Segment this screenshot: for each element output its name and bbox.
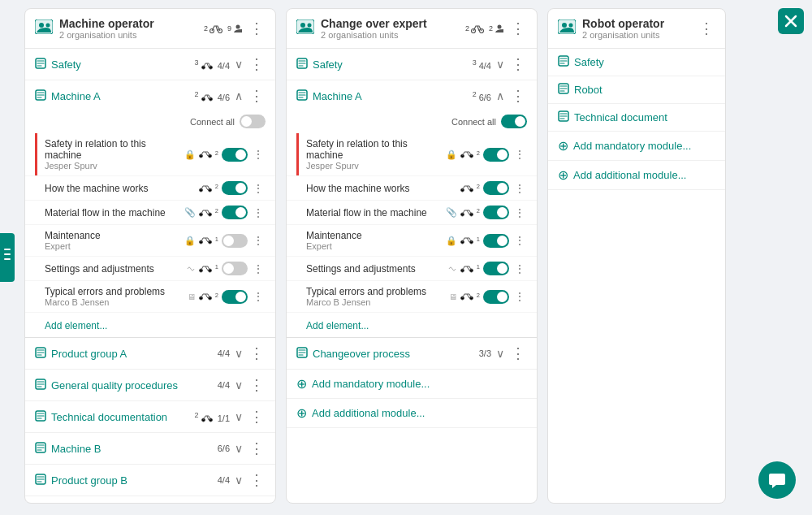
module-machine-a-header[interactable]: Machine A 2 4/6 ∧ ⋮ xyxy=(25,80,275,111)
more-menu[interactable]: ⋮ xyxy=(509,87,527,105)
module-product-group-a[interactable]: Product group A 4/4 ∨ ⋮ xyxy=(25,338,275,370)
toggle-on[interactable] xyxy=(483,262,509,275)
more-btn[interactable]: ⋮ xyxy=(251,182,266,195)
add-element-btn[interactable]: Add element... xyxy=(306,320,369,331)
module-robot[interactable]: Robot xyxy=(548,76,725,104)
module-safety[interactable]: Safety 3 4/4 ∨ ⋮ xyxy=(25,49,275,80)
toggle-on[interactable] xyxy=(483,290,509,304)
module-icon xyxy=(35,379,46,392)
chevron-up[interactable]: ∧ xyxy=(235,89,243,102)
toggle-off[interactable] xyxy=(222,234,248,248)
add-element-btn[interactable]: Add element... xyxy=(45,320,107,331)
module-machine-b[interactable]: Machine B 6/6 ∨ ⋮ xyxy=(25,433,275,465)
more-menu[interactable]: ⋮ xyxy=(509,55,527,73)
more-menu[interactable]: ⋮ xyxy=(248,55,266,73)
chat-button[interactable] xyxy=(758,461,796,499)
add-mandatory-module-row[interactable]: ⊕ Add mandatory module... xyxy=(287,370,537,399)
element-sub: Expert xyxy=(45,241,181,251)
more-btn[interactable]: ⋮ xyxy=(512,206,527,219)
toggle-on[interactable] xyxy=(483,234,509,248)
chevron-down[interactable]: ∨ xyxy=(235,347,243,360)
toggle-on[interactable] xyxy=(222,290,248,304)
module-title: Product group B xyxy=(51,474,213,487)
element-maintenance: Maintenance Expert 🔒 1 ⋮ xyxy=(25,225,275,257)
element-name: How the machine works xyxy=(306,183,457,194)
module-safety-title: Safety xyxy=(51,58,190,71)
more-btn[interactable]: ⋮ xyxy=(251,234,266,247)
more-btn[interactable]: ⋮ xyxy=(512,290,527,303)
connect-all-toggle[interactable] xyxy=(240,115,266,128)
module-safety-robot[interactable]: Safety xyxy=(548,49,725,76)
left-sidebar-tab[interactable] xyxy=(0,233,15,282)
module-general-quality[interactable]: General quality procedures 4/4 ∨ ⋮ xyxy=(25,370,275,401)
more-btn[interactable]: ⋮ xyxy=(251,148,266,161)
module-icon xyxy=(35,442,46,456)
element-machine-works: How the machine works 2 ⋮ xyxy=(25,176,275,201)
module-tech-doc-robot[interactable]: Technical document xyxy=(548,104,725,132)
chevron-up[interactable]: ∧ xyxy=(496,89,504,102)
toggle-on[interactable] xyxy=(483,206,509,219)
column-subtitle: 2 organisation units xyxy=(582,30,691,40)
module-changeover-process[interactable]: Changeover process 3/3 ∨ ⋮ xyxy=(287,338,537,370)
svg-point-10 xyxy=(236,25,240,29)
module-tech-doc[interactable]: Technical documentation 2 1/1 ∨ ⋮ xyxy=(25,401,275,433)
toggle-on[interactable] xyxy=(222,181,248,195)
more-btn[interactable]: ⋮ xyxy=(512,182,527,195)
add-additional-module-row[interactable]: ⊕ Add additional module... xyxy=(287,399,537,428)
chevron-down[interactable]: ∨ xyxy=(496,347,504,360)
element-name: Material flow in the machine xyxy=(45,207,181,219)
column-badges: 2 9 ⋮ xyxy=(204,19,266,37)
toggle-on[interactable] xyxy=(222,206,248,219)
chevron-down[interactable]: ∨ xyxy=(235,410,243,423)
element-name: Safety in relation to this machine xyxy=(45,138,181,161)
more-menu[interactable]: ⋮ xyxy=(248,376,266,394)
element-sub: Jesper Spurv xyxy=(306,161,443,171)
chevron-down[interactable]: ∨ xyxy=(235,58,243,71)
more-menu-btn[interactable]: ⋮ xyxy=(248,19,266,37)
more-menu[interactable]: ⋮ xyxy=(509,344,527,362)
chevron-down[interactable]: ∨ xyxy=(496,58,504,71)
add-additional-label: Add additional module... xyxy=(573,169,686,181)
more-menu[interactable]: ⋮ xyxy=(248,408,266,426)
add-mandatory-module-row-robot[interactable]: ⊕ Add mandatory module... xyxy=(548,132,725,161)
element-name: Settings and adjustments xyxy=(45,263,183,275)
more-btn[interactable]: ⋮ xyxy=(512,262,527,275)
more-btn[interactable]: ⋮ xyxy=(251,262,266,275)
top-right-close-icon[interactable] xyxy=(778,8,804,34)
add-mandatory-label: Add mandatory module... xyxy=(573,140,691,152)
element-settings: Settings and adjustments 1 ⋮ xyxy=(287,257,537,281)
more-menu-btn[interactable]: ⋮ xyxy=(509,19,527,37)
chevron-down[interactable]: ∨ xyxy=(235,442,243,455)
chevron-down[interactable]: ∨ xyxy=(235,474,243,487)
column-info: Machine operator 2 organisation units xyxy=(59,17,197,40)
module-product-group-b[interactable]: Product group B 4/4 ∨ ⋮ xyxy=(25,465,275,496)
connect-all-toggle[interactable] xyxy=(501,115,527,128)
person-icon xyxy=(296,19,314,37)
person-icon xyxy=(558,19,576,37)
chevron-down[interactable]: ∨ xyxy=(235,379,243,392)
add-additional-module-row-robot[interactable]: ⊕ Add additional module... xyxy=(548,161,725,190)
more-btn[interactable]: ⋮ xyxy=(512,234,527,247)
toggle-on[interactable] xyxy=(222,148,248,162)
more-menu[interactable]: ⋮ xyxy=(248,471,266,489)
add-circle-icon: ⊕ xyxy=(296,405,307,421)
more-menu[interactable]: ⋮ xyxy=(248,439,266,457)
lock-icon: 🔒 xyxy=(184,149,196,160)
add-mandatory-label: Add mandatory module... xyxy=(312,378,430,390)
more-menu[interactable]: ⋮ xyxy=(248,344,266,362)
toggle-off[interactable] xyxy=(222,262,248,275)
more-btn[interactable]: ⋮ xyxy=(512,148,527,161)
module-title: General quality procedures xyxy=(51,379,213,392)
column-body-machine-operator: Safety 3 4/4 ∨ ⋮ Machine A 2 xyxy=(25,49,275,503)
toggle-on[interactable] xyxy=(483,148,509,162)
more-btn[interactable]: ⋮ xyxy=(251,290,266,303)
element-material-flow: Material flow in the machine 📎 2 ⋮ xyxy=(287,201,537,225)
module-safety[interactable]: Safety 3 4/4 ∨ ⋮ xyxy=(287,49,537,80)
column-title: Change over expert xyxy=(321,17,459,30)
element-machine-works: How the machine works 2 ⋮ xyxy=(287,176,537,201)
more-menu-btn[interactable]: ⋮ xyxy=(698,19,715,37)
toggle-on[interactable] xyxy=(483,181,509,195)
more-btn[interactable]: ⋮ xyxy=(251,206,266,219)
column-changeover-expert: Change over expert 2 organisation units … xyxy=(286,8,538,504)
more-menu[interactable]: ⋮ xyxy=(248,87,266,105)
